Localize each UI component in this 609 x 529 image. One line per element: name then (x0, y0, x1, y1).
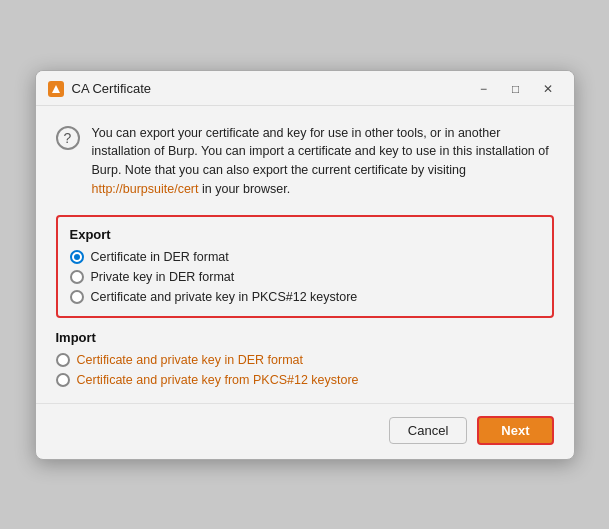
import-option-2[interactable]: Certificate and private key from PKCS#12… (56, 373, 554, 387)
description-text: You can export your certificate and key … (92, 124, 554, 199)
export-option-2[interactable]: Private key in DER format (70, 270, 540, 284)
radio-4[interactable] (56, 353, 70, 367)
description-section: ? You can export your certificate and ke… (56, 124, 554, 199)
app-icon (48, 81, 64, 97)
import-option-1[interactable]: Certificate and private key in DER forma… (56, 353, 554, 367)
desc-text2: in your browser. (199, 182, 291, 196)
dialog-content: ? You can export your certificate and ke… (36, 106, 574, 403)
minimize-button[interactable]: − (470, 79, 498, 99)
radio-5[interactable] (56, 373, 70, 387)
radio-2[interactable] (70, 270, 84, 284)
cert-link[interactable]: http://burpsuite/cert (92, 182, 199, 196)
import-section: Import Certificate and private key in DE… (56, 330, 554, 387)
dialog-footer: Cancel Next (36, 403, 574, 459)
ca-certificate-window: CA Certificate − □ ✕ ? You can export yo… (35, 70, 575, 460)
export-option-3-label: Certificate and private key in PKCS#12 k… (91, 290, 358, 304)
window-title: CA Certificate (72, 81, 470, 96)
close-button[interactable]: ✕ (534, 79, 562, 99)
radio-3[interactable] (70, 290, 84, 304)
import-option-1-label: Certificate and private key in DER forma… (77, 353, 303, 367)
radio-1[interactable] (70, 250, 84, 264)
export-option-1[interactable]: Certificate in DER format (70, 250, 540, 264)
next-button[interactable]: Next (477, 416, 553, 445)
export-option-3[interactable]: Certificate and private key in PKCS#12 k… (70, 290, 540, 304)
export-option-2-label: Private key in DER format (91, 270, 235, 284)
cancel-button[interactable]: Cancel (389, 417, 467, 444)
titlebar: CA Certificate − □ ✕ (36, 71, 574, 106)
restore-button[interactable]: □ (502, 79, 530, 99)
export-section: Export Certificate in DER format Private… (56, 215, 554, 318)
import-label: Import (56, 330, 554, 345)
svg-marker-0 (52, 85, 60, 93)
export-label: Export (70, 227, 540, 242)
import-option-2-label: Certificate and private key from PKCS#12… (77, 373, 359, 387)
question-icon: ? (56, 126, 80, 150)
desc-text1: You can export your certificate and key … (92, 126, 549, 178)
window-controls: − □ ✕ (470, 79, 562, 99)
export-option-1-label: Certificate in DER format (91, 250, 229, 264)
